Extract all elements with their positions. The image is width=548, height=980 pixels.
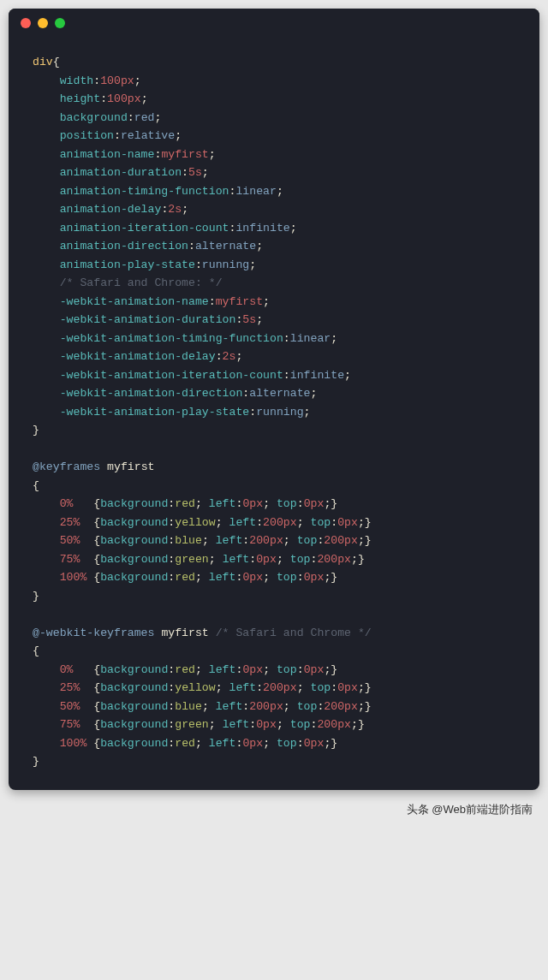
close-icon[interactable] xyxy=(21,18,31,28)
code-window: div{ width:100px; height:100px; backgrou… xyxy=(9,9,539,790)
maximize-icon[interactable] xyxy=(55,18,65,28)
minimize-icon[interactable] xyxy=(38,18,48,28)
code-content: div{ width:100px; height:100px; backgrou… xyxy=(9,38,539,790)
attribution-footer: 头条 @Web前端进阶指南 xyxy=(9,799,539,824)
window-titlebar xyxy=(9,9,539,38)
